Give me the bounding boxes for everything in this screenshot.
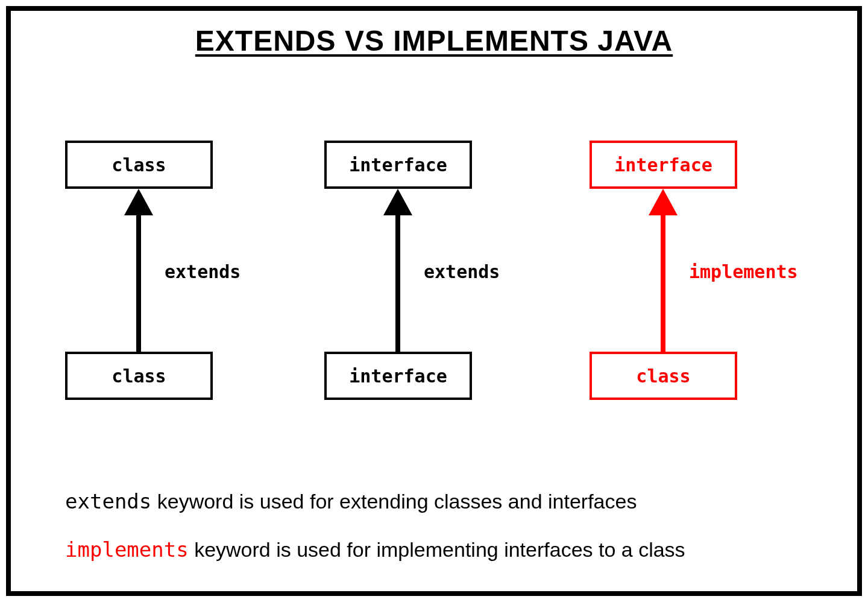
svg-marker-5 (649, 189, 678, 215)
arrow-container: extends (65, 189, 213, 352)
svg-marker-1 (124, 189, 153, 215)
bottom-box-class-red: class (590, 352, 737, 400)
bottom-box-class: class (65, 352, 213, 400)
relation-label: extends (424, 261, 500, 282)
footer-text-1: keyword is used for extending classes an… (151, 490, 637, 513)
diagram-area: class extends class interface extends in… (11, 141, 857, 412)
svg-marker-3 (383, 189, 412, 215)
keyword-implements: implements (65, 537, 189, 562)
diagram-title: EXTENDS VS IMPLEMENTS JAVA (11, 24, 857, 57)
footer-line-implements: implements keyword is used for implement… (65, 536, 803, 565)
footer-line-extends: extends keyword is used for extending cl… (65, 487, 803, 516)
relation-label: implements (689, 261, 798, 282)
arrow-container: extends (324, 189, 472, 352)
top-box-class: class (65, 141, 213, 189)
top-box-interface-red: interface (590, 141, 737, 189)
bottom-box-interface: interface (324, 352, 472, 400)
relation-label: extends (165, 261, 241, 282)
keyword-extends: extends (65, 489, 151, 513)
footer-text-2: keyword is used for implementing interfa… (189, 538, 685, 561)
top-box-interface: interface (324, 141, 472, 189)
arrow-container: implements (590, 189, 737, 352)
diagram-frame: EXTENDS VS IMPLEMENTS JAVA class extends… (6, 6, 862, 596)
